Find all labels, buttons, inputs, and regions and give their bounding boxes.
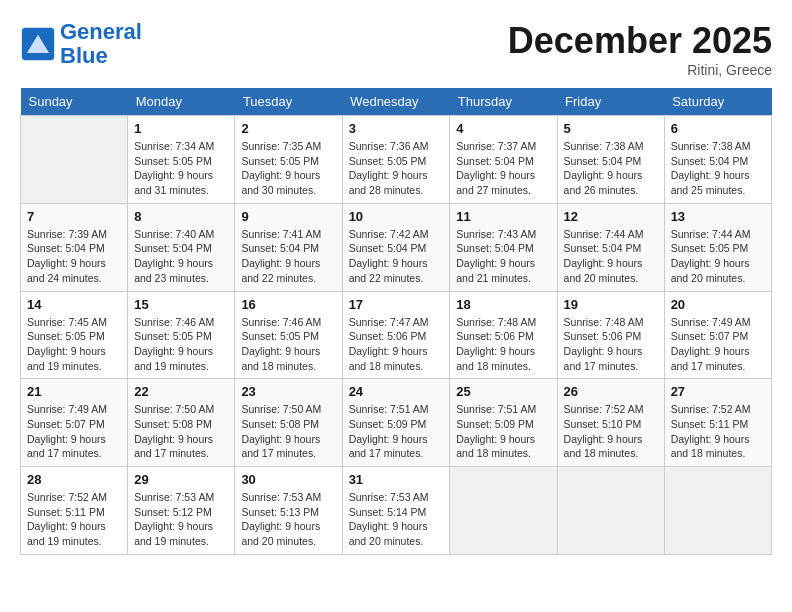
calendar-cell: 19Sunrise: 7:48 AMSunset: 5:06 PMDayligh… [557,291,664,379]
calendar-cell: 2Sunrise: 7:35 AMSunset: 5:05 PMDaylight… [235,116,342,204]
day-number: 17 [349,297,444,312]
calendar-cell: 5Sunrise: 7:38 AMSunset: 5:04 PMDaylight… [557,116,664,204]
weekday-header-friday: Friday [557,88,664,116]
day-number: 28 [27,472,121,487]
calendar-cell: 16Sunrise: 7:46 AMSunset: 5:05 PMDayligh… [235,291,342,379]
month-title: December 2025 [508,20,772,62]
calendar-cell: 8Sunrise: 7:40 AMSunset: 5:04 PMDaylight… [128,203,235,291]
calendar-cell: 21Sunrise: 7:49 AMSunset: 5:07 PMDayligh… [21,379,128,467]
calendar-cell: 10Sunrise: 7:42 AMSunset: 5:04 PMDayligh… [342,203,450,291]
calendar-cell: 18Sunrise: 7:48 AMSunset: 5:06 PMDayligh… [450,291,557,379]
day-number: 6 [671,121,765,136]
day-number: 8 [134,209,228,224]
day-number: 26 [564,384,658,399]
day-info: Sunrise: 7:38 AMSunset: 5:04 PMDaylight:… [564,139,658,198]
day-info: Sunrise: 7:50 AMSunset: 5:08 PMDaylight:… [134,402,228,461]
calendar-cell: 15Sunrise: 7:46 AMSunset: 5:05 PMDayligh… [128,291,235,379]
day-info: Sunrise: 7:36 AMSunset: 5:05 PMDaylight:… [349,139,444,198]
day-info: Sunrise: 7:51 AMSunset: 5:09 PMDaylight:… [349,402,444,461]
day-number: 27 [671,384,765,399]
day-info: Sunrise: 7:52 AMSunset: 5:11 PMDaylight:… [671,402,765,461]
day-info: Sunrise: 7:45 AMSunset: 5:05 PMDaylight:… [27,315,121,374]
day-info: Sunrise: 7:52 AMSunset: 5:11 PMDaylight:… [27,490,121,549]
day-info: Sunrise: 7:46 AMSunset: 5:05 PMDaylight:… [241,315,335,374]
logo-icon [20,26,56,62]
logo: General Blue [20,20,142,68]
day-info: Sunrise: 7:46 AMSunset: 5:05 PMDaylight:… [134,315,228,374]
calendar-cell: 24Sunrise: 7:51 AMSunset: 5:09 PMDayligh… [342,379,450,467]
day-number: 30 [241,472,335,487]
weekday-header-wednesday: Wednesday [342,88,450,116]
calendar-cell: 12Sunrise: 7:44 AMSunset: 5:04 PMDayligh… [557,203,664,291]
calendar-cell: 17Sunrise: 7:47 AMSunset: 5:06 PMDayligh… [342,291,450,379]
day-number: 3 [349,121,444,136]
calendar-cell: 20Sunrise: 7:49 AMSunset: 5:07 PMDayligh… [664,291,771,379]
day-number: 9 [241,209,335,224]
calendar-cell [557,467,664,555]
calendar-cell: 31Sunrise: 7:53 AMSunset: 5:14 PMDayligh… [342,467,450,555]
day-number: 15 [134,297,228,312]
calendar-cell: 28Sunrise: 7:52 AMSunset: 5:11 PMDayligh… [21,467,128,555]
week-row-2: 14Sunrise: 7:45 AMSunset: 5:05 PMDayligh… [21,291,772,379]
calendar-table: SundayMondayTuesdayWednesdayThursdayFrid… [20,88,772,555]
day-info: Sunrise: 7:44 AMSunset: 5:04 PMDaylight:… [564,227,658,286]
logo-text: General Blue [60,20,142,68]
day-info: Sunrise: 7:48 AMSunset: 5:06 PMDaylight:… [456,315,550,374]
calendar-cell: 11Sunrise: 7:43 AMSunset: 5:04 PMDayligh… [450,203,557,291]
day-info: Sunrise: 7:41 AMSunset: 5:04 PMDaylight:… [241,227,335,286]
calendar-cell: 9Sunrise: 7:41 AMSunset: 5:04 PMDaylight… [235,203,342,291]
day-info: Sunrise: 7:52 AMSunset: 5:10 PMDaylight:… [564,402,658,461]
weekday-header-thursday: Thursday [450,88,557,116]
calendar-cell: 23Sunrise: 7:50 AMSunset: 5:08 PMDayligh… [235,379,342,467]
calendar-cell: 13Sunrise: 7:44 AMSunset: 5:05 PMDayligh… [664,203,771,291]
day-number: 16 [241,297,335,312]
day-number: 10 [349,209,444,224]
title-block: December 2025 Ritini, Greece [508,20,772,78]
day-info: Sunrise: 7:40 AMSunset: 5:04 PMDaylight:… [134,227,228,286]
weekday-header-row: SundayMondayTuesdayWednesdayThursdayFrid… [21,88,772,116]
weekday-header-tuesday: Tuesday [235,88,342,116]
day-number: 31 [349,472,444,487]
calendar-cell: 27Sunrise: 7:52 AMSunset: 5:11 PMDayligh… [664,379,771,467]
day-info: Sunrise: 7:53 AMSunset: 5:12 PMDaylight:… [134,490,228,549]
calendar-cell: 1Sunrise: 7:34 AMSunset: 5:05 PMDaylight… [128,116,235,204]
day-number: 13 [671,209,765,224]
calendar-cell [21,116,128,204]
day-info: Sunrise: 7:47 AMSunset: 5:06 PMDaylight:… [349,315,444,374]
location-subtitle: Ritini, Greece [508,62,772,78]
day-info: Sunrise: 7:51 AMSunset: 5:09 PMDaylight:… [456,402,550,461]
calendar-cell: 22Sunrise: 7:50 AMSunset: 5:08 PMDayligh… [128,379,235,467]
day-number: 12 [564,209,658,224]
calendar-cell: 26Sunrise: 7:52 AMSunset: 5:10 PMDayligh… [557,379,664,467]
week-row-1: 7Sunrise: 7:39 AMSunset: 5:04 PMDaylight… [21,203,772,291]
logo-line2: Blue [60,43,108,68]
day-number: 1 [134,121,228,136]
day-info: Sunrise: 7:48 AMSunset: 5:06 PMDaylight:… [564,315,658,374]
logo-line1: General [60,19,142,44]
header: General Blue December 2025 Ritini, Greec… [20,20,772,78]
day-info: Sunrise: 7:38 AMSunset: 5:04 PMDaylight:… [671,139,765,198]
day-number: 19 [564,297,658,312]
day-info: Sunrise: 7:50 AMSunset: 5:08 PMDaylight:… [241,402,335,461]
day-number: 20 [671,297,765,312]
day-number: 18 [456,297,550,312]
day-number: 24 [349,384,444,399]
day-info: Sunrise: 7:39 AMSunset: 5:04 PMDaylight:… [27,227,121,286]
day-number: 2 [241,121,335,136]
week-row-4: 28Sunrise: 7:52 AMSunset: 5:11 PMDayligh… [21,467,772,555]
calendar-cell: 30Sunrise: 7:53 AMSunset: 5:13 PMDayligh… [235,467,342,555]
day-number: 14 [27,297,121,312]
day-info: Sunrise: 7:34 AMSunset: 5:05 PMDaylight:… [134,139,228,198]
day-number: 23 [241,384,335,399]
calendar-cell: 6Sunrise: 7:38 AMSunset: 5:04 PMDaylight… [664,116,771,204]
day-number: 22 [134,384,228,399]
calendar-cell: 7Sunrise: 7:39 AMSunset: 5:04 PMDaylight… [21,203,128,291]
week-row-3: 21Sunrise: 7:49 AMSunset: 5:07 PMDayligh… [21,379,772,467]
weekday-header-monday: Monday [128,88,235,116]
day-info: Sunrise: 7:49 AMSunset: 5:07 PMDaylight:… [27,402,121,461]
day-info: Sunrise: 7:53 AMSunset: 5:13 PMDaylight:… [241,490,335,549]
week-row-0: 1Sunrise: 7:34 AMSunset: 5:05 PMDaylight… [21,116,772,204]
day-number: 11 [456,209,550,224]
day-number: 25 [456,384,550,399]
day-info: Sunrise: 7:49 AMSunset: 5:07 PMDaylight:… [671,315,765,374]
